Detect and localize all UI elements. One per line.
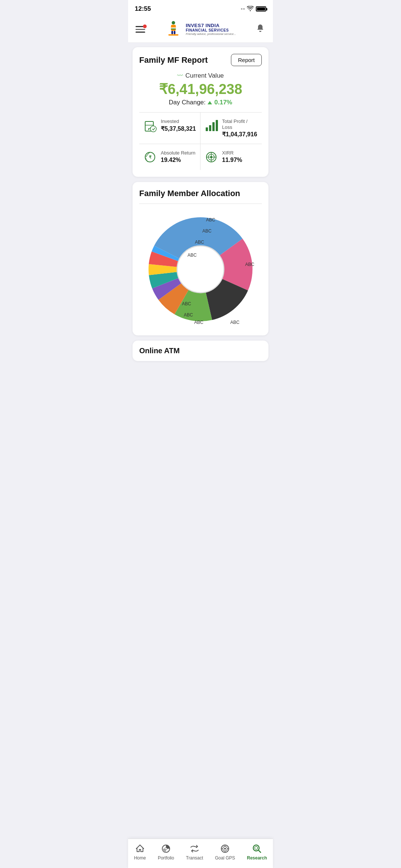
- svg-point-25: [165, 848, 167, 850]
- app-header: INVES7 INDIA FINANCIAL SERVICES Friendly…: [128, 16, 273, 43]
- stat-invested: Invested ₹5,37,58,321: [139, 113, 200, 144]
- research-icon: [252, 843, 262, 854]
- nav-home-label: Home: [134, 855, 146, 861]
- svg-point-0: [172, 21, 175, 25]
- online-atm-title: Online ATM: [139, 347, 262, 355]
- bell-icon: [255, 23, 265, 34]
- stat-invested-text: Invested ₹5,37,58,321: [161, 118, 196, 132]
- profit-icon: [204, 118, 218, 133]
- svg-point-34: [255, 846, 258, 849]
- day-change-value: 0.17%: [208, 99, 232, 106]
- mf-report-header: Family MF Report Report: [139, 54, 262, 66]
- chart-divider: [139, 204, 262, 204]
- nav-transact[interactable]: Transact: [182, 842, 208, 862]
- svg-rect-12: [209, 125, 211, 131]
- nav-portfolio-label: Portfolio: [158, 855, 174, 861]
- nav-research[interactable]: Research: [242, 842, 271, 862]
- stat-return-text: Absolute Return 19.42%: [161, 150, 195, 163]
- online-atm-card: Online ATM: [133, 341, 268, 361]
- nav-portfolio[interactable]: Portfolio: [153, 842, 179, 862]
- logo-tagline: Friendly advice, professional service...: [186, 32, 236, 36]
- goal-gps-icon: [220, 843, 230, 854]
- mf-report-title: Family MF Report: [139, 55, 208, 65]
- signal-icon: [241, 8, 245, 10]
- pie-label-4: ABC: [188, 253, 197, 258]
- nav-goal-gps[interactable]: Goal GPS: [211, 842, 239, 862]
- stats-grid: Invested ₹5,37,58,321 Total Profit / Los…: [139, 112, 262, 170]
- bell-button[interactable]: [254, 22, 267, 37]
- wifi-icon: [247, 6, 254, 12]
- stat-profit-text: Total Profit / Loss ₹1,04,37,916: [222, 118, 258, 138]
- notification-dot: [143, 25, 147, 28]
- logo-text: INVES7 INDIA FINANCIAL SERVICES Friendly…: [186, 23, 236, 36]
- nav-transact-label: Transact: [186, 855, 203, 861]
- status-bar: 12:55: [128, 0, 273, 16]
- return-icon: ₹: [143, 150, 157, 164]
- pie-label-2: ABC: [202, 228, 212, 234]
- mf-report-card: Family MF Report Report 〰 Current Value …: [133, 47, 268, 177]
- pie-label-1: ABC: [206, 217, 215, 222]
- pie-label-7: ABC: [194, 320, 203, 325]
- svg-rect-13: [212, 122, 215, 131]
- logo-subtitle: FINANCIAL SERVICES: [186, 28, 236, 32]
- svg-rect-11: [206, 127, 208, 131]
- logo: INVES7 INDIA FINANCIAL SERVICES Friendly…: [164, 20, 236, 39]
- stat-return: ₹ Absolute Return 19.42%: [139, 144, 200, 170]
- current-value-section: 〰 Current Value ₹6,41,96,238 Day Change:…: [139, 72, 262, 106]
- stat-xirr-text: XIRR 11.97%: [222, 150, 242, 163]
- current-value-amount: ₹6,41,96,238: [139, 81, 262, 97]
- up-arrow-icon: [208, 101, 212, 104]
- svg-rect-14: [216, 120, 218, 131]
- svg-rect-2: [171, 26, 176, 27]
- pie-label-8: ABC: [230, 320, 239, 325]
- current-value-label: 〰 Current Value: [139, 72, 262, 79]
- status-time: 12:55: [135, 5, 151, 13]
- svg-point-21: [210, 156, 212, 158]
- day-change: Day Change: 0.17%: [139, 99, 262, 106]
- report-button[interactable]: Report: [231, 54, 262, 66]
- menu-button[interactable]: [134, 25, 147, 34]
- pie-label-3: ABC: [195, 240, 204, 245]
- allocation-title: Family Member Allocation: [139, 189, 262, 198]
- portfolio-icon: [161, 843, 171, 854]
- svg-rect-6: [174, 31, 176, 34]
- nav-goal-gps-label: Goal GPS: [215, 855, 235, 861]
- invested-icon: [143, 118, 157, 133]
- svg-rect-5: [172, 31, 173, 34]
- stat-xirr: XIRR 11.97%: [200, 144, 262, 170]
- pie-label-6: ABC: [184, 312, 193, 318]
- bottom-nav: Home Portfolio Transact: [128, 839, 273, 868]
- svg-point-10: [150, 126, 156, 132]
- nav-research-label: Research: [247, 855, 267, 861]
- trend-icon: 〰: [177, 72, 183, 79]
- svg-line-35: [258, 850, 261, 852]
- transact-icon: [189, 843, 200, 854]
- main-content: Family MF Report Report 〰 Current Value …: [128, 43, 273, 396]
- pie-chart: [149, 217, 252, 321]
- pie-chart-container: ABC ABC ABC ABC ABC ABC ABC ABC ABC: [139, 210, 262, 329]
- pie-label-5: ABC: [182, 301, 191, 306]
- logo-icon: [164, 20, 183, 39]
- allocation-card: Family Member Allocation: [133, 182, 268, 335]
- svg-rect-7: [169, 34, 179, 36]
- xirr-icon: [204, 150, 218, 164]
- svg-text:₹: ₹: [149, 155, 151, 159]
- battery-icon: [256, 6, 266, 12]
- pie-label-9: ABC: [245, 262, 254, 267]
- status-icons: [241, 6, 266, 12]
- nav-home[interactable]: Home: [130, 842, 150, 862]
- svg-rect-4: [171, 29, 176, 30]
- home-icon: [135, 843, 145, 854]
- svg-rect-3: [171, 27, 176, 29]
- stat-profit: Total Profit / Loss ₹1,04,37,916: [200, 113, 262, 144]
- svg-point-28: [224, 848, 226, 850]
